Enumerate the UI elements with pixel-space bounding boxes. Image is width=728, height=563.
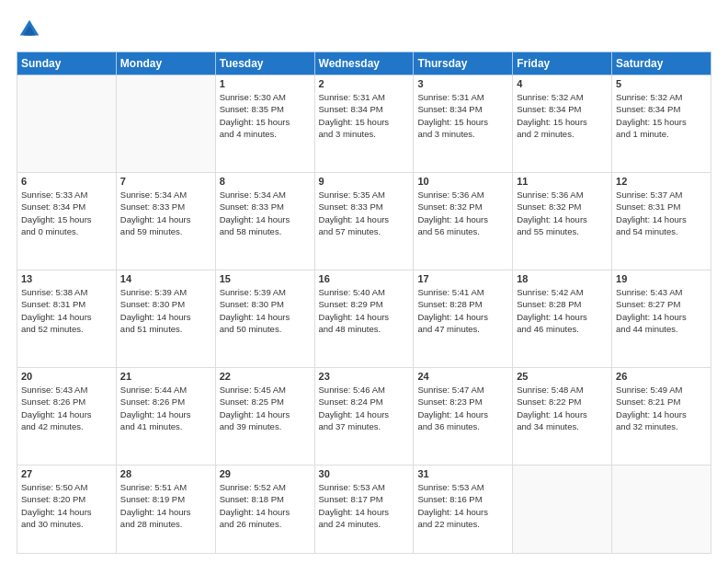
calendar-cell: 9Sunrise: 5:35 AM Sunset: 8:33 PM Daylig…: [314, 173, 414, 270]
calendar-cell: [116, 75, 215, 173]
calendar-week-row: 6Sunrise: 5:33 AM Sunset: 8:34 PM Daylig…: [17, 173, 711, 270]
day-detail: Sunrise: 5:43 AM Sunset: 8:26 PM Dayligh…: [21, 384, 112, 432]
calendar-cell: 26Sunrise: 5:49 AM Sunset: 8:21 PM Dayli…: [612, 368, 711, 465]
day-number: 18: [517, 273, 608, 284]
calendar-cell: 19Sunrise: 5:43 AM Sunset: 8:27 PM Dayli…: [612, 270, 711, 368]
day-detail: Sunrise: 5:44 AM Sunset: 8:26 PM Dayligh…: [120, 384, 211, 432]
calendar-cell: [513, 465, 612, 554]
day-detail: Sunrise: 5:36 AM Sunset: 8:32 PM Dayligh…: [417, 189, 508, 237]
day-detail: Sunrise: 5:53 AM Sunset: 8:16 PM Dayligh…: [417, 481, 508, 530]
day-number: 4: [517, 78, 608, 89]
day-detail: Sunrise: 5:42 AM Sunset: 8:28 PM Dayligh…: [517, 286, 608, 335]
calendar-cell: 2Sunrise: 5:31 AM Sunset: 8:34 PM Daylig…: [314, 75, 414, 173]
day-detail: Sunrise: 5:32 AM Sunset: 8:34 PM Dayligh…: [517, 91, 608, 140]
calendar-table: SundayMondayTuesdayWednesdayThursdayFrid…: [17, 52, 711, 554]
calendar-cell: 3Sunrise: 5:31 AM Sunset: 8:34 PM Daylig…: [414, 75, 513, 173]
day-number: 23: [319, 371, 410, 382]
calendar-header-friday: Friday: [513, 52, 612, 75]
page: SundayMondayTuesdayWednesdayThursdayFrid…: [0, 0, 728, 563]
day-detail: Sunrise: 5:40 AM Sunset: 8:29 PM Dayligh…: [319, 286, 410, 335]
day-number: 5: [616, 78, 707, 89]
calendar-header-tuesday: Tuesday: [215, 52, 314, 75]
calendar-header-monday: Monday: [116, 52, 215, 75]
calendar-cell: 28Sunrise: 5:51 AM Sunset: 8:19 PM Dayli…: [116, 465, 215, 554]
day-detail: Sunrise: 5:31 AM Sunset: 8:34 PM Dayligh…: [319, 91, 410, 140]
calendar-header-saturday: Saturday: [612, 52, 711, 75]
day-detail: Sunrise: 5:34 AM Sunset: 8:33 PM Dayligh…: [120, 189, 211, 237]
calendar-cell: 25Sunrise: 5:48 AM Sunset: 8:22 PM Dayli…: [513, 368, 612, 465]
calendar-cell: 13Sunrise: 5:38 AM Sunset: 8:31 PM Dayli…: [17, 270, 117, 368]
calendar-cell: 24Sunrise: 5:47 AM Sunset: 8:23 PM Dayli…: [414, 368, 513, 465]
header: [17, 17, 711, 42]
calendar-cell: [612, 465, 711, 554]
calendar-week-row: 1Sunrise: 5:30 AM Sunset: 8:35 PM Daylig…: [17, 75, 711, 173]
calendar-cell: 7Sunrise: 5:34 AM Sunset: 8:33 PM Daylig…: [116, 173, 215, 270]
day-number: 29: [220, 468, 311, 479]
day-number: 20: [21, 371, 112, 382]
day-number: 13: [21, 273, 112, 284]
day-number: 3: [417, 78, 508, 89]
day-number: 9: [319, 176, 410, 187]
calendar-cell: 23Sunrise: 5:46 AM Sunset: 8:24 PM Dayli…: [314, 368, 414, 465]
calendar-week-row: 20Sunrise: 5:43 AM Sunset: 8:26 PM Dayli…: [17, 368, 711, 465]
calendar-cell: 18Sunrise: 5:42 AM Sunset: 8:28 PM Dayli…: [513, 270, 612, 368]
calendar-cell: 5Sunrise: 5:32 AM Sunset: 8:34 PM Daylig…: [612, 75, 711, 173]
calendar-cell: 1Sunrise: 5:30 AM Sunset: 8:35 PM Daylig…: [215, 75, 314, 173]
calendar-cell: 4Sunrise: 5:32 AM Sunset: 8:34 PM Daylig…: [513, 75, 612, 173]
day-detail: Sunrise: 5:53 AM Sunset: 8:17 PM Dayligh…: [319, 481, 410, 530]
calendar-week-row: 13Sunrise: 5:38 AM Sunset: 8:31 PM Dayli…: [17, 270, 711, 368]
calendar-cell: 6Sunrise: 5:33 AM Sunset: 8:34 PM Daylig…: [17, 173, 117, 270]
logo-icon: [17, 17, 42, 42]
day-detail: Sunrise: 5:33 AM Sunset: 8:34 PM Dayligh…: [21, 189, 112, 237]
calendar-cell: 30Sunrise: 5:53 AM Sunset: 8:17 PM Dayli…: [314, 465, 414, 554]
day-number: 17: [417, 273, 508, 284]
calendar-header-thursday: Thursday: [414, 52, 513, 75]
day-number: 15: [220, 273, 311, 284]
day-number: 6: [21, 176, 112, 187]
day-detail: Sunrise: 5:45 AM Sunset: 8:25 PM Dayligh…: [220, 384, 311, 432]
day-detail: Sunrise: 5:48 AM Sunset: 8:22 PM Dayligh…: [517, 384, 608, 432]
day-detail: Sunrise: 5:39 AM Sunset: 8:30 PM Dayligh…: [120, 286, 211, 335]
day-detail: Sunrise: 5:37 AM Sunset: 8:31 PM Dayligh…: [616, 189, 707, 237]
day-number: 24: [417, 371, 508, 382]
day-detail: Sunrise: 5:31 AM Sunset: 8:34 PM Dayligh…: [417, 91, 508, 140]
day-number: 28: [120, 468, 211, 479]
day-detail: Sunrise: 5:30 AM Sunset: 8:35 PM Dayligh…: [220, 91, 311, 140]
day-number: 19: [616, 273, 707, 284]
day-number: 16: [319, 273, 410, 284]
day-detail: Sunrise: 5:38 AM Sunset: 8:31 PM Dayligh…: [21, 286, 112, 335]
day-number: 12: [616, 176, 707, 187]
day-detail: Sunrise: 5:46 AM Sunset: 8:24 PM Dayligh…: [319, 384, 410, 432]
day-detail: Sunrise: 5:39 AM Sunset: 8:30 PM Dayligh…: [220, 286, 311, 335]
calendar-cell: 17Sunrise: 5:41 AM Sunset: 8:28 PM Dayli…: [414, 270, 513, 368]
day-detail: Sunrise: 5:35 AM Sunset: 8:33 PM Dayligh…: [319, 189, 410, 237]
svg-rect-2: [27, 30, 32, 36]
day-detail: Sunrise: 5:49 AM Sunset: 8:21 PM Dayligh…: [616, 384, 707, 432]
day-number: 30: [319, 468, 410, 479]
calendar-cell: [17, 75, 117, 173]
day-detail: Sunrise: 5:50 AM Sunset: 8:20 PM Dayligh…: [21, 481, 112, 530]
logo: [17, 17, 46, 42]
day-number: 22: [220, 371, 311, 382]
day-number: 31: [417, 468, 508, 479]
calendar-cell: 15Sunrise: 5:39 AM Sunset: 8:30 PM Dayli…: [215, 270, 314, 368]
day-number: 11: [517, 176, 608, 187]
calendar-cell: 12Sunrise: 5:37 AM Sunset: 8:31 PM Dayli…: [612, 173, 711, 270]
calendar-cell: 31Sunrise: 5:53 AM Sunset: 8:16 PM Dayli…: [414, 465, 513, 554]
calendar-week-row: 27Sunrise: 5:50 AM Sunset: 8:20 PM Dayli…: [17, 465, 711, 554]
calendar-cell: 11Sunrise: 5:36 AM Sunset: 8:32 PM Dayli…: [513, 173, 612, 270]
day-number: 14: [120, 273, 211, 284]
calendar-header-sunday: Sunday: [17, 52, 117, 75]
day-detail: Sunrise: 5:41 AM Sunset: 8:28 PM Dayligh…: [417, 286, 508, 335]
day-number: 2: [319, 78, 410, 89]
day-detail: Sunrise: 5:47 AM Sunset: 8:23 PM Dayligh…: [417, 384, 508, 432]
calendar-cell: 22Sunrise: 5:45 AM Sunset: 8:25 PM Dayli…: [215, 368, 314, 465]
day-detail: Sunrise: 5:32 AM Sunset: 8:34 PM Dayligh…: [616, 91, 707, 140]
day-number: 10: [417, 176, 508, 187]
day-detail: Sunrise: 5:52 AM Sunset: 8:18 PM Dayligh…: [220, 481, 311, 530]
calendar-cell: 21Sunrise: 5:44 AM Sunset: 8:26 PM Dayli…: [116, 368, 215, 465]
day-number: 8: [220, 176, 311, 187]
calendar-header-row: SundayMondayTuesdayWednesdayThursdayFrid…: [17, 52, 711, 75]
day-number: 26: [616, 371, 707, 382]
calendar-cell: 20Sunrise: 5:43 AM Sunset: 8:26 PM Dayli…: [17, 368, 117, 465]
